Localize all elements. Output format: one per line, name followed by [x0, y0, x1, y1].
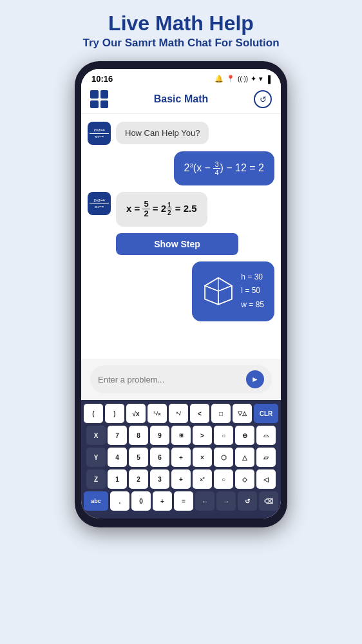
input-container: ► — [81, 359, 281, 400]
page-title: Live Math Help — [13, 12, 349, 35]
key-y[interactable]: Y — [86, 448, 106, 467]
key-x[interactable]: X — [86, 426, 106, 445]
key-2[interactable]: 2 — [129, 469, 148, 489]
status-time: 10:16 — [91, 74, 113, 84]
history-button[interactable]: ↺ — [254, 90, 272, 108]
math-keyboard: ( ) √x ³√x ˣ√ < □ ▽△ CLR X 7 8 9 ⊞ > ○ ⊖… — [81, 400, 281, 518]
svg-line-6 — [205, 286, 218, 291]
bot-avatar-2: 2×2=4 x+−= — [88, 192, 111, 215]
user-equation-row: 23(x − 34) − 12 = 2 — [88, 151, 274, 185]
input-row: ► — [90, 365, 272, 393]
phone-screen: 10:16 🔔 📍 ((·)) ✦ ▾ ▐ Basic Math ↺ — [81, 69, 281, 518]
key-greater-than[interactable]: > — [193, 426, 212, 445]
key-cbrt[interactable]: ³√x — [148, 404, 167, 423]
key-parallelogram[interactable]: ▱ — [256, 448, 276, 467]
key-3[interactable]: 3 — [150, 469, 169, 489]
page-header: Live Math Help Try Our Samrt Math Chat F… — [0, 0, 362, 56]
key-left-arrow[interactable]: ← — [195, 491, 214, 511]
send-button[interactable]: ► — [246, 370, 264, 388]
keyboard-row-5: abc . 0 + = ← → ↺ ⌫ — [84, 491, 278, 511]
svg-line-5 — [218, 286, 232, 291]
key-square[interactable]: □ — [211, 404, 231, 423]
key-less-than[interactable]: < — [190, 404, 209, 423]
key-right-arrow[interactable]: → — [216, 491, 236, 511]
app-bar: Basic Math ↺ — [81, 86, 281, 114]
notification-icon: 🔔 — [214, 75, 224, 83]
status-icons: 🔔 📍 ((·)) ✦ ▾ ▐ — [214, 75, 271, 83]
key-diamond[interactable]: ◇ — [235, 469, 254, 489]
key-plus[interactable]: + — [171, 469, 191, 489]
key-6[interactable]: 6 — [150, 448, 169, 467]
key-circle-minus[interactable]: ⊖ — [235, 426, 254, 445]
location-icon: 📍 — [226, 75, 235, 83]
chat-area: 2×2=4 x+−= How Can Help You? 23(x − 34) … — [81, 114, 281, 359]
key-abc[interactable]: abc — [84, 491, 108, 511]
key-squared[interactable]: x² — [193, 469, 212, 489]
key-0[interactable]: 0 — [131, 491, 151, 511]
app-bar-title: Basic Math — [154, 93, 208, 105]
phone-frame: 10:16 🔔 📍 ((·)) ✦ ▾ ▐ Basic Math ↺ — [75, 61, 287, 527]
bot-answer-row: 2×2=4 x+−= x = 52 = 212 = 2.5 — [88, 192, 274, 227]
show-step-button[interactable]: Show Step — [116, 233, 238, 255]
key-5[interactable]: 5 — [129, 448, 148, 467]
key-nth-root[interactable]: ˣ√ — [169, 404, 188, 423]
key-7[interactable]: 7 — [108, 426, 127, 445]
key-plus-2[interactable]: + — [153, 491, 172, 511]
problem-input[interactable] — [98, 375, 241, 384]
grid-menu-icon[interactable] — [90, 90, 108, 108]
signal-icon: ▾ — [259, 75, 263, 83]
key-multiply[interactable]: × — [193, 448, 212, 467]
key-z[interactable]: Z — [86, 469, 106, 489]
key-triangle[interactable]: △ — [235, 448, 254, 467]
answer-bubble: x = 52 = 212 = 2.5 — [116, 192, 207, 227]
bot-avatar: 2×2=4 x+−= — [88, 122, 111, 145]
key-open-paren[interactable]: ( — [84, 404, 103, 423]
key-close-paren[interactable]: ) — [105, 404, 124, 423]
key-circle2[interactable]: ○ — [214, 469, 233, 489]
key-cylinder[interactable]: ○ — [214, 426, 233, 445]
welcome-bubble: How Can Help You? — [116, 122, 209, 144]
key-9[interactable]: 9 — [150, 426, 169, 445]
page-subtitle: Try Our Samrt Math Chat For Solution — [13, 37, 349, 50]
keyboard-row-1: ( ) √x ³√x ˣ√ < □ ▽△ CLR — [84, 404, 278, 423]
user-equation-bubble: 23(x − 34) − 12 = 2 — [174, 151, 274, 185]
cube-stats: h = 30l = 50w = 85 — [241, 270, 264, 312]
bluetooth-icon: ✦ — [251, 75, 256, 83]
cube-icon — [202, 275, 234, 307]
key-refresh[interactable]: ↺ — [238, 491, 257, 511]
key-triangle-up[interactable]: ▽△ — [233, 404, 252, 423]
key-backspace[interactable]: ⌫ — [259, 491, 278, 511]
key-divide[interactable]: ÷ — [171, 448, 191, 467]
key-4[interactable]: 4 — [108, 448, 127, 467]
key-1[interactable]: 1 — [108, 469, 127, 489]
key-sqrt[interactable]: √x — [126, 404, 146, 423]
key-equals[interactable]: = — [174, 491, 193, 511]
key-dot[interactable]: . — [110, 491, 129, 511]
user-3d-row: h = 30l = 50w = 85 — [88, 261, 274, 321]
key-frac[interactable]: ⊞ — [171, 426, 191, 445]
key-trapezoid[interactable]: ⌓ — [256, 426, 276, 445]
status-bar: 10:16 🔔 📍 ((·)) ✦ ▾ ▐ — [81, 69, 281, 86]
key-8[interactable]: 8 — [129, 426, 148, 445]
key-right-triangle[interactable]: ◁ — [256, 469, 276, 489]
key-clr[interactable]: CLR — [254, 404, 278, 423]
keyboard-row-4: Z 1 2 3 + x² ○ ◇ ◁ — [84, 469, 278, 489]
key-hexagon[interactable]: ⬡ — [214, 448, 233, 467]
bot-welcome-row: 2×2=4 x+−= How Can Help You? — [88, 122, 274, 145]
wifi-icon: ((·)) — [238, 75, 248, 82]
keyboard-row-2: X 7 8 9 ⊞ > ○ ⊖ ⌓ — [84, 426, 278, 445]
battery-icon: ▐ — [265, 75, 271, 83]
keyboard-row-3: Y 4 5 6 ÷ × ⬡ △ ▱ — [84, 448, 278, 467]
user-3d-bubble: h = 30l = 50w = 85 — [192, 261, 274, 321]
